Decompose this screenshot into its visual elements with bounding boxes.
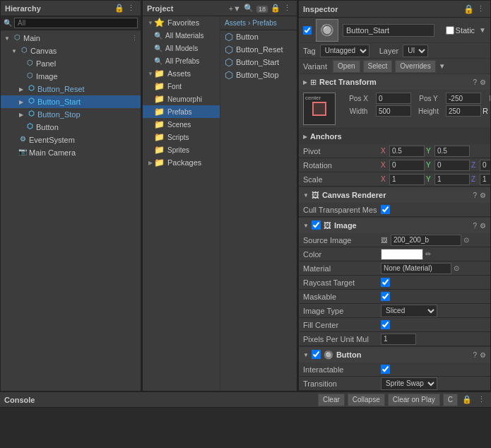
tree-item-button-stop[interactable]: ▶ ⬡ Button_Stop [1,108,141,121]
raycast-checkbox[interactable] [381,278,390,287]
prefab-button-stop[interactable]: ⬡ Button_Stop [220,69,297,81]
static-checkbox-label[interactable]: Static [446,26,475,35]
sprites-folder[interactable]: 📁 Sprites [143,143,220,156]
all-models-item[interactable]: 🔍 All Models [143,42,220,54]
rect-transform-icon: ⊞ [310,78,317,87]
rect-transform-header[interactable]: ▶ ⊞ Rect Transform ? ⚙ [299,74,490,90]
source-image-picker[interactable]: ⊙ [463,236,469,244]
pixels-input[interactable] [381,334,416,345]
static-checkbox[interactable] [446,26,454,35]
inspector-more-icon[interactable]: ⋮ [475,4,486,13]
image-header[interactable]: ▼ 🖼 Image ? ⚙ [299,218,490,233]
img-settings-icon[interactable]: ⚙ [480,222,486,230]
image-type-select[interactable]: Sliced [381,305,437,317]
rot-y-input[interactable] [434,160,470,171]
button-active-checkbox[interactable] [312,350,321,359]
console-c-btn[interactable]: C [443,394,458,406]
tree-item-eventsystem[interactable]: ⚙ EventSystem [1,134,141,146]
all-materials-item[interactable]: 🔍 All Materials [143,29,220,42]
scenes-folder[interactable]: 📁 Scenes [143,118,220,131]
rt-help-icon[interactable]: ? [473,78,477,86]
scale-z-input[interactable] [480,174,490,185]
rot-z-input[interactable] [480,160,490,171]
static-dropdown[interactable]: ▼ [479,26,486,34]
scale-x-input[interactable] [389,174,425,185]
active-checkbox[interactable] [303,26,312,35]
project-lock-icon[interactable]: 🔒 [269,4,282,13]
tree-item-button-start[interactable]: ▶ ⬡ Button_Start [1,95,141,108]
cull-checkbox[interactable] [381,205,390,214]
hierarchy-more-icon[interactable]: ⋮ [126,4,136,13]
console-more-icon[interactable]: ⋮ [476,395,487,404]
interactable-checkbox[interactable] [381,365,390,374]
rot-x-label: X [381,161,388,169]
neumorphi-folder[interactable]: 📁 Neumorphi [143,93,220,105]
hierarchy-search-input[interactable] [14,18,138,28]
tree-item-image[interactable]: ⬡ Image [1,70,141,83]
tree-item-button[interactable]: ⬡ Button [1,121,141,134]
width-input[interactable] [376,105,411,117]
btn-open[interactable]: Open [333,60,360,73]
pos-y-input[interactable] [446,93,481,104]
fill-center-checkbox[interactable] [381,320,390,329]
image-active-checkbox[interactable] [312,220,321,230]
scale-y-input[interactable] [434,174,470,185]
transition-select[interactable]: Sprite Swap [381,377,437,390]
console-clear-btn[interactable]: Clear [318,394,345,406]
maskable-checkbox[interactable] [381,292,390,301]
cr-settings-icon[interactable]: ⚙ [480,191,486,199]
project-add-icon[interactable]: +▼ [227,4,242,13]
obj-name-input[interactable] [343,24,434,37]
favorites-folder[interactable]: ▼ ⭐ Favorites [143,16,220,29]
rt-r-btn[interactable]: R [483,107,490,115]
scenes-icon: 📁 [154,119,165,129]
canvas-renderer-header[interactable]: ▼ 🖼 Canvas Renderer ? ⚙ [299,187,490,203]
overrides-dropdown[interactable]: ▼ [439,62,446,70]
pos-x-input[interactable] [376,93,411,104]
btn-overrides[interactable]: Overrides [395,60,435,73]
prefab-button-start[interactable]: ⬡ Button_Start [220,56,297,69]
rt-settings-icon[interactable]: ⚙ [480,78,486,86]
prefab-button[interactable]: ⬡ Button [220,30,297,43]
tree-item-panel[interactable]: ⬡ Panel [1,57,141,70]
button-component-header[interactable]: ▼ 🔘 Button ? ⚙ [299,347,490,362]
variant-label: Variant [303,62,327,71]
tree-item-button-reset[interactable]: ▶ ⬡ Button_Reset [1,83,141,95]
pivot-x-input[interactable] [389,146,425,157]
btn-help-icon[interactable]: ? [473,351,477,359]
console-clear-on-play-btn[interactable]: Clear on Play [388,394,440,406]
anchors-header[interactable]: ▶ Anchors [299,129,490,144]
color-picker[interactable] [381,249,423,260]
cr-help-icon[interactable]: ? [473,191,477,199]
active-checkbox-label[interactable] [303,26,313,35]
btn-settings-icon[interactable]: ⚙ [480,351,486,359]
btn-select[interactable]: Select [363,60,393,73]
console-collapse-btn[interactable]: Collapse [348,394,385,406]
layer-select[interactable]: UI [403,45,428,57]
prefabs-folder[interactable]: 📁 Prefabs [143,105,220,118]
tag-select[interactable]: Untagged [320,45,369,57]
tree-item-main[interactable]: ▼ ⬡ Main ⋮ [1,32,141,45]
project-more-icon[interactable]: ⋮ [282,4,292,13]
source-image-input[interactable] [391,235,461,246]
all-prefabs-item[interactable]: 🔍 All Prefabs [143,54,220,67]
console-lock-icon[interactable]: 🔒 [461,395,473,404]
font-folder[interactable]: 📁 Font [143,80,220,93]
hierarchy-lock-icon[interactable]: 🔒 [113,4,126,13]
scripts-folder[interactable]: 📁 Scripts [143,131,220,143]
image-icon: ⬡ [25,71,35,81]
assets-folder[interactable]: ▼ 📁 Assets [143,67,220,80]
material-picker[interactable]: ⊙ [454,264,459,272]
color-picker-icon[interactable]: ✏ [425,250,431,258]
packages-folder[interactable]: ▶ 📁 Packages [143,156,220,169]
img-help-icon[interactable]: ? [473,222,477,230]
pivot-y-input[interactable] [434,146,470,157]
tree-item-main-camera[interactable]: 📷 Main Camera [1,146,141,159]
material-input[interactable] [381,263,451,274]
rot-x-input[interactable] [389,160,425,171]
height-input[interactable] [446,105,481,117]
prefab-button-reset[interactable]: ⬡ Button_Reset [220,43,297,56]
tree-item-canvas[interactable]: ▼ ⬡ Canvas [1,45,141,57]
project-search-icon[interactable]: 🔍 [242,4,255,13]
inspector-lock-icon[interactable]: 🔒 [462,4,475,14]
